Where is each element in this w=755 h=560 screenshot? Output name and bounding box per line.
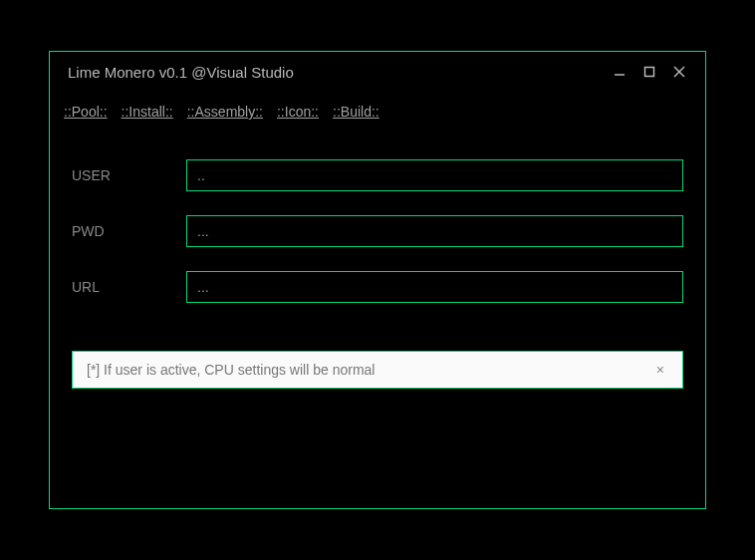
svg-rect-1 <box>645 68 654 77</box>
close-icon <box>673 66 685 78</box>
tab-bar: ::Pool:: ::Install:: ::Assembly:: ::Icon… <box>50 92 705 122</box>
form-area: USER PWD URL <box>50 122 705 303</box>
pwd-label: PWD <box>72 223 186 239</box>
tab-assembly[interactable]: ::Assembly:: <box>187 104 263 122</box>
app-window: Lime Monero v0.1 @Visual Studio ::Poo <box>49 51 706 509</box>
notice-text: [*] If user is active, CPU settings will… <box>87 362 375 378</box>
notice-close-button[interactable]: × <box>652 362 668 378</box>
user-input[interactable] <box>186 159 683 191</box>
notice-bar: [*] If user is active, CPU settings will… <box>72 351 683 389</box>
form-row-user: USER <box>72 159 683 191</box>
tab-icon[interactable]: ::Icon:: <box>277 104 319 122</box>
minimize-button[interactable] <box>612 64 628 80</box>
form-row-url: URL <box>72 271 683 303</box>
pwd-input[interactable] <box>186 215 683 247</box>
tab-install[interactable]: ::Install:: <box>122 104 173 122</box>
maximize-icon <box>643 66 655 78</box>
url-label: URL <box>72 279 186 295</box>
user-label: USER <box>72 167 186 183</box>
tab-pool[interactable]: ::Pool:: <box>64 104 108 122</box>
tab-build[interactable]: ::Build:: <box>333 104 379 122</box>
window-controls <box>612 64 687 80</box>
url-input[interactable] <box>186 271 683 303</box>
close-button[interactable] <box>671 64 687 80</box>
form-row-pwd: PWD <box>72 215 683 247</box>
maximize-button[interactable] <box>641 64 657 80</box>
titlebar: Lime Monero v0.1 @Visual Studio <box>50 52 705 92</box>
minimize-icon <box>614 66 626 78</box>
window-title: Lime Monero v0.1 @Visual Studio <box>68 64 294 81</box>
